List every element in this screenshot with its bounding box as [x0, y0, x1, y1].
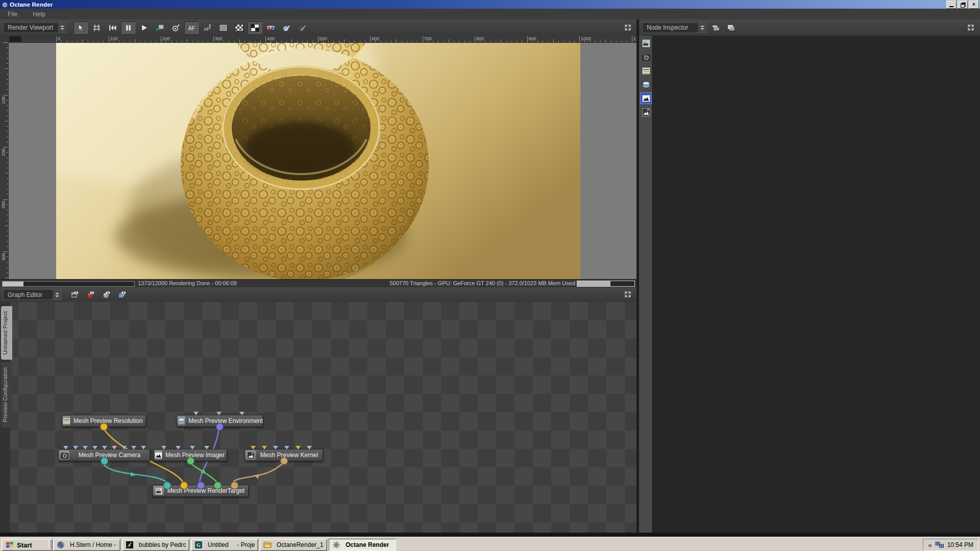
- node-inspector-expand-button[interactable]: [966, 22, 976, 33]
- texture-view-button[interactable]: [99, 289, 113, 301]
- minimize-button[interactable]: [946, 1, 957, 9]
- restart-render-button[interactable]: [105, 21, 119, 34]
- output-socket[interactable]: [100, 423, 108, 431]
- restore-button[interactable]: [958, 1, 968, 9]
- pause-render-button[interactable]: [121, 21, 135, 34]
- input-socket[interactable]: [180, 482, 188, 489]
- anaglyph-button[interactable]: [263, 21, 278, 34]
- input-pin-blue[interactable]: [190, 446, 195, 449]
- input-pin-blue[interactable]: [161, 446, 166, 449]
- inspector-environment-button[interactable]: [640, 79, 652, 90]
- input-pin-blue[interactable]: [239, 412, 244, 415]
- inspector-camera-button[interactable]: [640, 51, 652, 63]
- input-socket[interactable]: [163, 482, 171, 489]
- spinner-icon[interactable]: [698, 23, 706, 33]
- output-socket[interactable]: [280, 457, 288, 465]
- ruler-label: 200: [1, 148, 6, 156]
- menu-help[interactable]: Help: [25, 9, 53, 19]
- graph-tab-preview-configuration[interactable]: Preview Configuration: [1, 362, 12, 428]
- taskbar-divider[interactable]: [48, 540, 51, 549]
- graph-node-environment[interactable]: Mesh Preview Environment: [176, 415, 263, 427]
- spinner-icon[interactable]: [58, 23, 66, 33]
- inspector-resolution-button[interactable]: [640, 65, 652, 77]
- input-pin-green[interactable]: [204, 446, 209, 449]
- graph-editor-dropdown[interactable]: Graph Editor: [3, 289, 61, 300]
- network-icon[interactable]: [935, 541, 944, 548]
- inspector-rendertarget-button[interactable]: [640, 37, 652, 49]
- input-pin-blue[interactable]: [284, 446, 289, 449]
- autofocus-pin-button[interactable]: AF: [200, 21, 214, 34]
- input-pin-blue[interactable]: [102, 446, 107, 449]
- clay-light-button[interactable]: [279, 21, 293, 34]
- window-title: Octane Render: [10, 2, 53, 8]
- inspector-imager-button[interactable]: [640, 92, 652, 104]
- node-inspector-dropdown[interactable]: Node Inspector: [642, 22, 706, 33]
- focus-picker-button[interactable]: [168, 21, 183, 34]
- input-socket[interactable]: [231, 482, 238, 489]
- input-pin-blue[interactable]: [216, 412, 222, 415]
- float-panel-button[interactable]: [709, 22, 722, 33]
- title-bar[interactable]: Octane Render ×: [0, 0, 980, 9]
- input-pin-blue[interactable]: [63, 446, 68, 449]
- input-pin-yellow[interactable]: [251, 446, 256, 449]
- input-pin-green[interactable]: [193, 412, 199, 415]
- close-button[interactable]: ×: [969, 1, 979, 9]
- input-pin-blue[interactable]: [121, 446, 127, 449]
- spinner-icon[interactable]: [53, 290, 61, 299]
- input-pin-yellow[interactable]: [296, 446, 301, 449]
- task-deviant[interactable]: bubbles by Pedro Loureir...: [122, 539, 189, 551]
- rendertarget-view-button[interactable]: [67, 289, 82, 301]
- graph-tab-unnamed-project[interactable]: Unnamed Project: [1, 306, 12, 360]
- pointer-tool-button[interactable]: [74, 21, 88, 34]
- start-button[interactable]: Start: [2, 539, 53, 551]
- input-pin-blue[interactable]: [131, 446, 136, 449]
- input-socket[interactable]: [197, 482, 205, 489]
- task-folder[interactable]: OctaneRender_100b_C...: [260, 539, 327, 551]
- region-tool-button[interactable]: [89, 21, 104, 34]
- output-socket[interactable]: [216, 423, 224, 431]
- material-view-button[interactable]: [83, 289, 97, 301]
- output-socket[interactable]: [101, 457, 108, 465]
- input-pin-blue[interactable]: [273, 446, 278, 449]
- gpu-memory-text: 500770 Triangles - GPU: GeForce GT 240 (…: [389, 280, 575, 286]
- graph-node-camera[interactable]: Mesh Preview Camera: [58, 449, 150, 461]
- tray-collapse-button[interactable]: «: [928, 541, 932, 549]
- render-viewport-canvas[interactable]: 010020030040050060070080090010001100 100…: [0, 36, 636, 279]
- input-pin-yellow[interactable]: [262, 446, 267, 449]
- graph-editor-canvas[interactable]: Unnamed ProjectPreview Configuration Mes…: [0, 302, 636, 537]
- checker-coarse-button[interactable]: [232, 21, 246, 34]
- graph-node-kernel[interactable]: Mesh Preview Kernel: [244, 449, 323, 461]
- input-socket[interactable]: [214, 482, 222, 489]
- render-viewport-dropdown[interactable]: Render Viewport: [3, 22, 66, 33]
- graph-node-imager[interactable]: Mesh Preview Imager: [153, 449, 227, 461]
- autofocus-button[interactable]: AF: [184, 21, 199, 34]
- autofocus-pin-icon: AF: [203, 24, 212, 32]
- window-controls: ×: [946, 1, 979, 9]
- graph-editor-expand-button[interactable]: [623, 289, 633, 299]
- checker-fine-button[interactable]: [216, 21, 230, 34]
- task-octane[interactable]: Octane Render: [329, 539, 396, 551]
- save-render-button[interactable]: [153, 21, 167, 34]
- output-socket[interactable]: [187, 457, 194, 465]
- resume-render-button[interactable]: [137, 21, 151, 34]
- input-pin-blue[interactable]: [141, 446, 146, 449]
- rendered-image[interactable]: [56, 42, 580, 279]
- inspector-kernel-button[interactable]: [640, 106, 652, 118]
- task-firefox[interactable]: H.Stern / Home - First pa...: [53, 539, 120, 551]
- task-gimp[interactable]: GUntitled - Project Fold...: [191, 539, 258, 551]
- checker-half-button[interactable]: [248, 21, 262, 34]
- viewport-expand-button[interactable]: [623, 22, 633, 33]
- input-pin-pink[interactable]: [112, 446, 117, 449]
- clay-dark-button[interactable]: [295, 21, 309, 34]
- input-pin-blue[interactable]: [176, 446, 181, 449]
- dock-panel-button[interactable]: [725, 22, 737, 33]
- input-pin-blue[interactable]: [92, 446, 97, 449]
- render-viewport-header: Render Viewport AFAF: [0, 19, 636, 36]
- graph-node-rendertarget[interactable]: Mesh Preview RenderTarget: [152, 485, 249, 497]
- input-pin-blue[interactable]: [83, 446, 88, 449]
- input-pin-pink[interactable]: [307, 446, 312, 449]
- kernel-view-button[interactable]: [115, 289, 129, 301]
- input-pin-blue[interactable]: [73, 446, 78, 449]
- graph-node-resolution[interactable]: Mesh Preview Resolution: [61, 415, 146, 427]
- menu-file[interactable]: File: [0, 9, 25, 19]
